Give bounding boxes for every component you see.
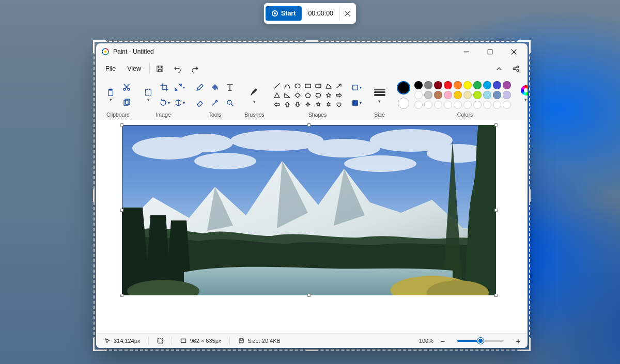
- color-swatch[interactable]: [483, 91, 491, 99]
- shape-pentagon[interactable]: [304, 91, 313, 99]
- color-swatch-empty[interactable]: [444, 101, 452, 109]
- color-swatch[interactable]: [473, 91, 482, 99]
- color-swatch[interactable]: [493, 91, 501, 99]
- pencil-tool[interactable]: [194, 81, 206, 93]
- record-start-button[interactable]: Start: [266, 6, 302, 21]
- crop-button[interactable]: [158, 81, 171, 93]
- color-swatch[interactable]: [454, 91, 462, 99]
- zoom-in-button[interactable]: +: [513, 336, 523, 346]
- color-swatch[interactable]: [414, 91, 423, 99]
- shape-hexagon[interactable]: [314, 91, 323, 99]
- resize-handle[interactable]: [494, 123, 498, 126]
- shape-arrow-ne[interactable]: [335, 82, 344, 90]
- color-swatch[interactable]: [434, 81, 442, 89]
- color-swatch-empty[interactable]: [434, 101, 442, 109]
- shape-right-triangle[interactable]: [283, 91, 292, 99]
- resize-button[interactable]: ▾: [173, 81, 185, 93]
- color-swatch-empty[interactable]: [414, 101, 423, 109]
- resize-handle[interactable]: [307, 294, 311, 297]
- color-swatch[interactable]: [503, 81, 511, 89]
- color-swatch[interactable]: [434, 91, 442, 99]
- redo-button[interactable]: [188, 62, 202, 75]
- save-button[interactable]: [153, 62, 166, 75]
- color-swatch[interactable]: [444, 81, 452, 89]
- shape-curve[interactable]: [283, 82, 292, 90]
- shape-triangle[interactable]: [273, 91, 282, 99]
- resize-handle[interactable]: [120, 123, 123, 126]
- magnifier-tool[interactable]: [224, 97, 236, 109]
- shape-oval[interactable]: [293, 82, 302, 90]
- resize-handle[interactable]: [494, 294, 498, 297]
- close-button[interactable]: [502, 43, 525, 60]
- shape-rect[interactable]: [304, 82, 313, 90]
- color-swatch[interactable]: [444, 91, 452, 99]
- color-swatch[interactable]: [473, 81, 482, 89]
- shapes-gallery[interactable]: [273, 82, 344, 108]
- shape-6star[interactable]: [324, 101, 333, 108]
- edit-colors-button[interactable]: ▾: [518, 81, 528, 106]
- color-swatch-empty[interactable]: [463, 101, 472, 109]
- eraser-tool[interactable]: [194, 97, 206, 109]
- rotate-button[interactable]: ▾: [158, 97, 171, 109]
- color-swatch[interactable]: [424, 91, 432, 99]
- flip-button[interactable]: ▾: [173, 97, 185, 109]
- color-swatch[interactable]: [463, 81, 472, 89]
- undo-button[interactable]: [171, 62, 184, 75]
- resize-handle[interactable]: [120, 294, 123, 297]
- color-swatch[interactable]: [454, 81, 462, 89]
- shape-arrow-right[interactable]: [335, 91, 344, 99]
- collapse-ribbon-button[interactable]: [491, 62, 507, 75]
- shape-outline-button[interactable]: ▾: [350, 81, 363, 93]
- resize-handle[interactable]: [120, 209, 123, 212]
- share-button[interactable]: [508, 62, 523, 75]
- menu-view[interactable]: View: [122, 62, 146, 75]
- shape-4star[interactable]: [304, 101, 313, 108]
- color-swatch-empty[interactable]: [503, 101, 511, 109]
- resize-handle[interactable]: [307, 123, 311, 126]
- titlebar[interactable]: Paint - Untitled: [96, 43, 528, 60]
- canvas-area[interactable]: [96, 120, 528, 333]
- maximize-button[interactable]: [478, 43, 502, 60]
- size-button[interactable]: ▾: [371, 83, 389, 107]
- copy-button[interactable]: [120, 97, 133, 109]
- shape-5star[interactable]: [314, 101, 323, 108]
- shape-star[interactable]: [324, 91, 333, 99]
- text-tool[interactable]: [224, 81, 236, 93]
- color-swatch-empty[interactable]: [454, 101, 462, 109]
- color-swatch-empty[interactable]: [473, 101, 482, 109]
- shape-arrow-down[interactable]: [293, 101, 302, 108]
- color-2[interactable]: [398, 98, 409, 109]
- color-picker-tool[interactable]: [209, 97, 221, 109]
- zoom-slider[interactable]: [457, 340, 504, 342]
- select-button[interactable]: ▾: [141, 84, 156, 106]
- color-swatch[interactable]: [463, 91, 472, 99]
- artboard[interactable]: [122, 125, 496, 295]
- recorder-close-button[interactable]: [339, 6, 354, 21]
- fill-tool[interactable]: [209, 81, 221, 93]
- color-swatch-empty[interactable]: [483, 101, 491, 109]
- color-swatch[interactable]: [483, 81, 491, 89]
- resize-handle[interactable]: [494, 209, 498, 212]
- screen-recorder-bar: Start 00:00:00: [264, 3, 356, 24]
- shape-heart[interactable]: [335, 101, 344, 108]
- zoom-out-button[interactable]: −: [438, 336, 448, 346]
- cut-button[interactable]: [120, 81, 133, 93]
- shape-arrow-left[interactable]: [273, 101, 282, 108]
- shape-diamond[interactable]: [293, 91, 302, 99]
- color-swatch[interactable]: [414, 81, 423, 89]
- brushes-button[interactable]: ▾: [245, 83, 264, 107]
- color-swatch[interactable]: [503, 91, 511, 99]
- shape-arrow-up[interactable]: [283, 101, 292, 108]
- shape-polygon[interactable]: [324, 82, 333, 90]
- color-1[interactable]: [397, 81, 410, 94]
- shape-roundrect[interactable]: [314, 82, 323, 90]
- color-swatch-empty[interactable]: [493, 101, 501, 109]
- color-swatch[interactable]: [424, 81, 432, 89]
- color-swatch-empty[interactable]: [424, 101, 432, 109]
- menu-file[interactable]: File: [100, 62, 121, 75]
- shape-fill-button[interactable]: ▾: [350, 97, 363, 109]
- minimize-button[interactable]: [454, 43, 478, 60]
- shape-line[interactable]: [273, 82, 282, 90]
- paste-button[interactable]: ▾: [103, 84, 118, 106]
- color-swatch[interactable]: [493, 81, 501, 89]
